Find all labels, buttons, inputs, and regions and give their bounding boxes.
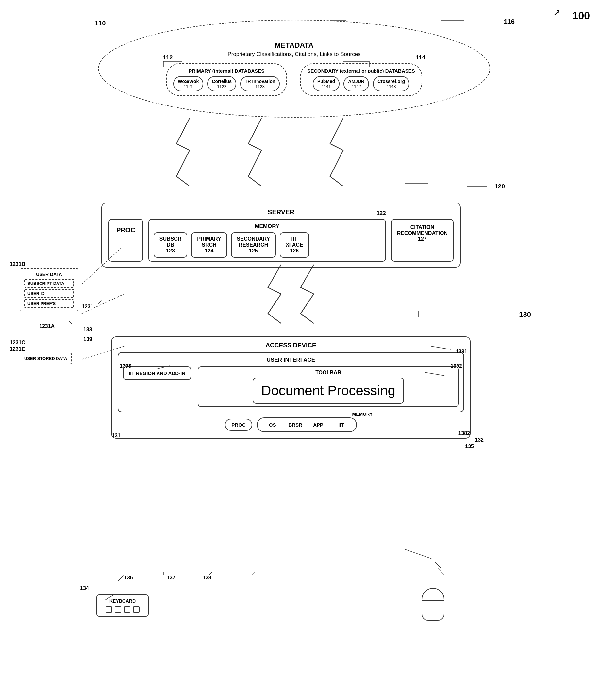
ref-136: 136 [124,575,133,581]
svg-line-28 [209,572,213,575]
primary-db-group: PRIMARY (internal) DATABASES WoS/Wok 112… [166,64,287,96]
user-stored-label: USER STORED DATA [24,356,67,361]
memory-wrapper: 122 MEMORY SUBSCR DB 123 PRIMARY SRCH 12… [148,219,386,261]
db-item-crossref: Crossref.org 1143 [373,76,410,92]
user-id-box: USER ID [24,289,74,298]
server-title: SERVER [108,208,453,216]
toolbar-wrapper: 1392 TOOLBAR Document Processing [198,367,459,407]
access-device-ref: 130 [519,310,531,319]
metadata-title: METADATA [275,41,314,50]
access-device-box: ACCESS DEVICE 1391 USER INTERFACE 1393 I… [111,336,471,439]
memory-ovals-group: OS BRSR APP IIT [257,418,357,432]
user-data-label: USER DATA [24,272,74,277]
key-1 [105,606,112,613]
primary-srch-block: PRIMARY SRCH 124 [191,232,227,258]
server-content: PROC 122 MEMORY SUBSCR DB 123 PRIMARY S [108,219,453,261]
db-item-amjur: AMJUR 1142 [343,76,369,92]
keyboard-keys [102,606,144,613]
keyboard-wrapper: 134 KEYBOARD [96,595,149,617]
app-oval: APP [309,421,328,429]
brsr-oval: BRSR [286,421,305,429]
metadata-cloud: METADATA Proprietary Classifications, Ci… [98,20,490,118]
ref-1231e: 1231E [10,346,25,352]
ref-1231b: 1231B [10,261,25,267]
memory-box: MEMORY SUBSCR DB 123 PRIMARY SRCH 124 [148,219,386,261]
svg-line-29 [252,572,255,575]
metadata-ref-110: 110 [95,20,105,27]
server-proc: PROC [108,219,143,261]
db-item-tr-innovation: TR Innovation 1123 [240,76,280,92]
ref-1382: 1382 [458,430,470,436]
mouse-center-line [433,600,433,610]
ref-1231c: 1231C [10,340,25,346]
secondary-db-ref: 114 [416,54,425,61]
ref-134: 134 [80,585,89,591]
secondary-db-items: PubMed 1141 AMJUR 1142 Crossref.org 1143 [313,76,410,92]
user-prefs-box: USER PREF'S [24,299,74,308]
ref-1231a: 1231A [39,323,55,329]
keyboard-label: KEYBOARD [102,598,144,604]
ref-1391: 1391 [455,349,467,355]
mouse-wrapper [422,588,444,621]
primary-db-wrapper: 112 PRIMARY (internal) DATABASES WoS/Wok… [166,64,287,96]
key-3 [124,606,130,613]
server-ref: 120 [494,183,505,190]
iit-region-box: IIT REGION AND ADD-IN [123,367,191,380]
proc-oval: PROC [225,419,252,431]
toolbar-box: TOOLBAR Document Processing [198,367,459,407]
svg-line-31 [69,321,72,324]
ref-131: 131 [112,433,121,439]
ref-1392: 1392 [450,363,462,369]
citation-rec-block: CITATION RECOMMENDATION 127 [391,219,453,261]
memory-ref: 122 [376,210,386,217]
secondary-research-block: SECONDARY RESEARCH 125 [231,232,276,258]
svg-line-25 [118,575,124,581]
databases-row: 112 PRIMARY (internal) DATABASES WoS/Wok… [166,64,422,96]
secondary-db-group: SECONDARY (external or public) DATABASES… [300,64,422,96]
user-stored-data-box: USER STORED DATA [20,353,72,364]
secondary-db-wrapper: 114 SECONDARY (external or public) DATAB… [300,64,422,96]
ref-132: 132 [475,437,484,443]
ref-137: 137 [167,575,175,581]
metadata-ref-116: 116 [504,18,515,25]
figure-arrow: ↗ [553,7,561,18]
key-4 [133,606,140,613]
ui-box: USER INTERFACE 1393 IIT REGION AND ADD-I… [118,352,464,412]
db-item-cortellus: Cortellus 1122 [207,76,236,92]
svg-line-23 [435,562,441,568]
bottom-row: MEMORY 1382 132 135 131 PROC OS BRSR APP… [118,418,464,432]
keyboard-box: KEYBOARD [96,595,149,617]
primary-db-items: WoS/Wok 1121 Cortellus 1122 TR Innovatio… [173,76,280,92]
svg-line-22 [405,549,432,558]
subscr-db-block: SUBSCR DB 123 [154,232,188,258]
secondary-db-title: SECONDARY (external or public) DATABASES [307,68,415,74]
os-oval: OS [263,421,282,429]
user-data-outer-box: USER DATA SUBSCRIPT DATA USER ID USER PR… [20,269,78,311]
ref-1231: 1231 [82,304,94,310]
subscript-data-box: SUBSCRIPT DATA [24,279,74,288]
ref-138: 138 [203,575,212,581]
iit-oval: IIT [331,421,351,429]
ui-wrapper: 1391 USER INTERFACE 1393 IIT REGION AND … [118,352,464,412]
doc-processing-box: Document Processing [253,378,404,404]
iit-region-wrapper: 1393 IIT REGION AND ADD-IN [123,367,191,407]
ui-content-row: 1393 IIT REGION AND ADD-IN 1392 TOOLBAR … [123,367,459,407]
metadata-subtitle: Proprietary Classifications, Citations, … [227,51,361,57]
memory-items-row: SUBSCR DB 123 PRIMARY SRCH 124 SECONDARY… [154,232,381,258]
ref-1393: 1393 [120,363,131,369]
ref-135: 135 [465,444,474,449]
key-2 [115,606,121,613]
ui-title: USER INTERFACE [267,357,315,363]
db-item-pubmed: PubMed 1141 [313,76,340,92]
svg-line-30 [98,301,101,304]
access-device-title: ACCESS DEVICE [118,342,464,349]
iit-xface-block: IIT XFACE 126 [280,232,309,258]
memory-label-bottom: MEMORY [352,411,373,417]
primary-db-title: PRIMARY (internal) DATABASES [189,68,264,74]
diagram: 100 ↗ 110 116 METADATA Proprietary Class… [0,0,616,681]
db-item-wos: WoS/Wok 1121 [173,76,203,92]
mouse-h-line [422,600,444,601]
ref-133: 133 [83,327,92,332]
svg-line-24 [438,568,444,575]
primary-db-ref: 112 [163,54,173,61]
